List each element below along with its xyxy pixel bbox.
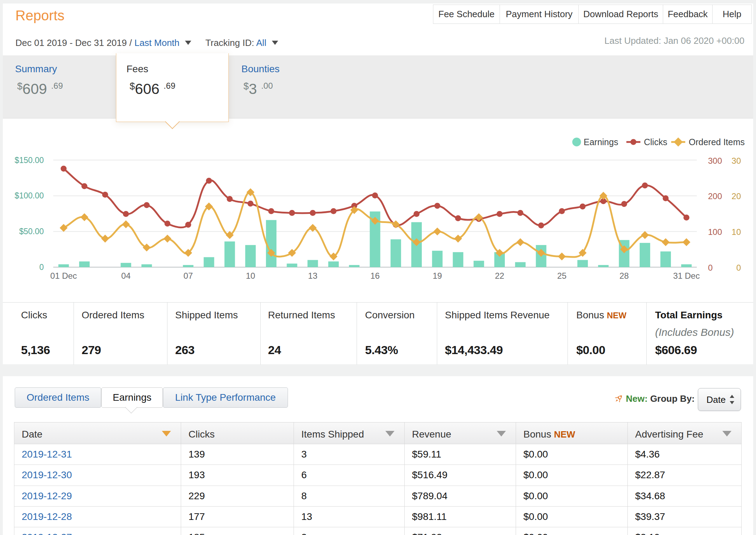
svg-text:$100.00: $100.00 <box>15 191 44 200</box>
svg-text:100: 100 <box>708 227 722 237</box>
svg-text:16: 16 <box>370 271 380 280</box>
svg-text:25: 25 <box>557 271 566 280</box>
svg-text:20: 20 <box>731 191 741 201</box>
svg-text:Ordered Items: Ordered Items <box>689 137 745 147</box>
svg-text:300: 300 <box>708 156 722 165</box>
svg-text:13: 13 <box>308 271 317 280</box>
svg-text:07: 07 <box>184 271 193 280</box>
svg-text:Clicks: Clicks <box>644 137 667 147</box>
svg-text:19: 19 <box>433 271 442 280</box>
svg-text:0: 0 <box>39 263 44 272</box>
svg-text:$150.00: $150.00 <box>15 156 44 165</box>
svg-text:10: 10 <box>246 271 255 280</box>
svg-text:30: 30 <box>731 156 741 165</box>
svg-text:Earnings: Earnings <box>584 137 618 147</box>
svg-text:0: 0 <box>708 263 713 272</box>
svg-text:200: 200 <box>708 191 722 201</box>
svg-text:$50.00: $50.00 <box>19 227 44 236</box>
svg-text:10: 10 <box>731 227 741 237</box>
svg-text:31 Dec: 31 Dec <box>673 271 700 280</box>
svg-text:01 Dec: 01 Dec <box>50 271 77 280</box>
svg-text:04: 04 <box>121 271 131 280</box>
svg-text:0: 0 <box>736 263 741 272</box>
svg-text:Date: Date <box>707 394 726 405</box>
svg-text:28: 28 <box>619 271 629 280</box>
svg-text:22: 22 <box>495 271 504 280</box>
